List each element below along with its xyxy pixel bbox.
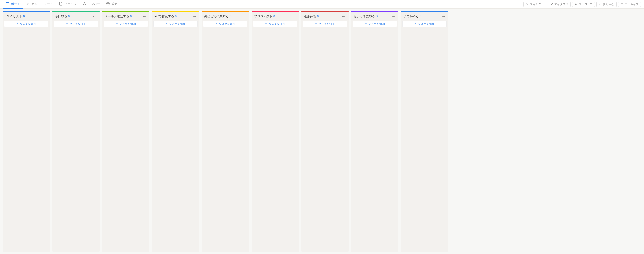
board-icon — [6, 2, 9, 6]
collapse-button[interactable]: 折り畳む — [596, 2, 617, 7]
svg-point-22 — [143, 16, 144, 17]
column-count: 0 — [130, 15, 132, 18]
add-task-label: タスクを追加 — [119, 22, 136, 26]
gear-icon — [106, 2, 110, 6]
svg-point-7 — [108, 3, 109, 4]
add-task-button[interactable]: タスクを追加 — [54, 21, 98, 27]
column-menu-button[interactable] — [391, 14, 396, 19]
plus-icon — [16, 22, 19, 25]
nav-tabs: ボード ガントチャート ファイル — [3, 0, 120, 9]
column-title: メール／電話する — [105, 14, 129, 19]
column-title: 近いうちにやる — [354, 14, 375, 19]
add-task-button[interactable]: タスクを追加 — [203, 21, 247, 27]
column-header: ToDo リスト 0 — [3, 12, 50, 21]
add-task-button[interactable]: タスクを追加 — [253, 21, 297, 27]
column-body: タスクを追加 — [401, 21, 448, 252]
gantt-icon — [26, 2, 30, 6]
tab-label: ボード — [11, 2, 20, 6]
button-label: アーカイブ — [625, 2, 639, 6]
column-body: タスクを追加 — [3, 21, 50, 252]
add-task-button[interactable]: タスクを追加 — [353, 21, 397, 27]
following-button[interactable]: フォロー中 — [572, 2, 595, 7]
add-task-button[interactable]: タスクを追加 — [153, 21, 198, 27]
svg-point-6 — [84, 2, 85, 4]
column-header: 連絡待ち 0 — [301, 12, 349, 21]
tab-members[interactable]: メンバー — [80, 0, 103, 9]
column-menu-button[interactable] — [242, 14, 246, 19]
plus-icon — [165, 22, 168, 25]
svg-point-23 — [144, 16, 145, 17]
column-menu-button[interactable] — [192, 14, 197, 19]
button-label: マイタスク — [554, 2, 568, 6]
tab-files[interactable]: ファイル — [56, 0, 79, 9]
tab-label: 設定 — [112, 2, 118, 6]
archive-icon — [620, 3, 623, 6]
svg-point-43 — [343, 16, 344, 17]
tab-settings[interactable]: 設定 — [104, 0, 120, 9]
column-menu-button[interactable] — [441, 14, 446, 19]
plus-icon — [215, 22, 218, 25]
svg-point-28 — [194, 16, 195, 17]
svg-point-32 — [243, 16, 243, 17]
add-task-button[interactable]: タスクを追加 — [303, 21, 347, 27]
column-header: プロジェクト 0 — [252, 12, 299, 21]
column-count: 0 — [376, 15, 378, 18]
board-column: 今日やる 0 タスクを追加 — [52, 11, 100, 252]
column-body: タスクを追加 — [152, 21, 199, 252]
board-column: メール／電話する 0 タスクを追加 — [102, 11, 149, 252]
add-task-button[interactable]: タスクを追加 — [104, 21, 148, 27]
add-task-label: タスクを追加 — [69, 22, 86, 26]
add-task-label: タスクを追加 — [269, 22, 285, 26]
column-header: いつかやる 0 — [401, 12, 448, 21]
add-task-button[interactable]: タスクを追加 — [4, 21, 48, 27]
svg-point-18 — [95, 16, 95, 17]
tab-label: ファイル — [64, 2, 76, 6]
svg-marker-9 — [575, 3, 577, 5]
members-icon — [83, 2, 86, 6]
svg-point-14 — [46, 16, 46, 17]
column-menu-button[interactable] — [341, 14, 346, 19]
svg-point-52 — [442, 16, 443, 17]
tab-gantt[interactable]: ガントチャート — [24, 0, 55, 9]
add-task-button[interactable]: タスクを追加 — [402, 21, 447, 27]
filter-icon — [526, 3, 529, 6]
tab-label: ガントチャート — [32, 2, 53, 6]
column-menu-button[interactable] — [92, 14, 97, 19]
plus-icon — [365, 22, 367, 25]
column-count: 0 — [273, 15, 275, 18]
column-body: タスクを追加 — [202, 21, 249, 252]
column-title: 外出して作業する — [204, 14, 229, 19]
column-body: タスクを追加 — [301, 21, 349, 252]
column-title: 今日やる — [55, 14, 67, 19]
my-task-button[interactable]: マイタスク — [548, 2, 571, 7]
svg-point-27 — [193, 16, 194, 17]
column-title: PCで作業する — [154, 14, 174, 19]
svg-rect-0 — [6, 2, 9, 5]
chevron-up-icon — [599, 3, 602, 6]
column-header: 今日やる 0 — [52, 12, 100, 21]
board-column: 連絡待ち 0 タスクを追加 — [301, 11, 349, 252]
svg-point-42 — [342, 16, 343, 17]
archive-button[interactable]: アーカイブ — [618, 2, 641, 7]
column-menu-button[interactable] — [43, 14, 47, 19]
svg-point-53 — [443, 16, 444, 17]
svg-point-12 — [44, 16, 44, 17]
column-title: いつかやる — [403, 14, 419, 19]
filter-button[interactable]: フィルター — [523, 2, 546, 7]
svg-point-38 — [294, 16, 294, 17]
topbar: ボード ガントチャート ファイル — [0, 0, 644, 9]
column-count: 0 — [230, 15, 231, 18]
column-count: 0 — [420, 15, 421, 18]
column-menu-button[interactable] — [292, 14, 296, 19]
plus-icon — [66, 22, 68, 25]
svg-point-47 — [392, 16, 393, 17]
column-header: メール／電話する 0 — [102, 12, 149, 21]
tab-board[interactable]: ボード — [3, 0, 23, 9]
svg-point-44 — [344, 16, 345, 17]
button-label: 折り畳む — [603, 2, 614, 6]
svg-point-29 — [195, 16, 196, 17]
column-title: プロジェクト — [254, 14, 272, 19]
svg-rect-10 — [621, 3, 623, 4]
svg-point-19 — [96, 16, 96, 17]
column-menu-button[interactable] — [142, 14, 147, 19]
